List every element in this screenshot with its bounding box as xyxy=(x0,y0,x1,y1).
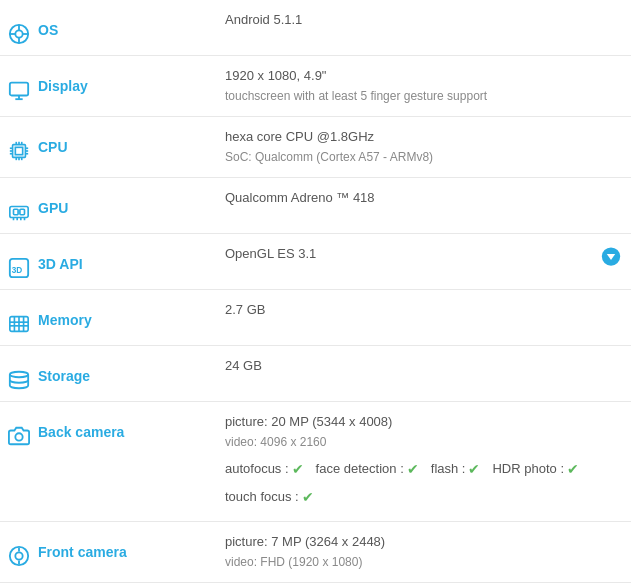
storage-value-main: 24 GB xyxy=(225,356,623,377)
svg-point-40 xyxy=(10,372,28,378)
label-cell-cpu: CPU xyxy=(0,116,213,177)
backcamera-icon xyxy=(8,425,30,447)
display-icon xyxy=(8,79,30,101)
svg-rect-24 xyxy=(14,209,19,215)
svg-point-1 xyxy=(15,30,22,37)
label-cell-memory: Memory xyxy=(0,289,213,345)
row-gpu: GPUQualcomm Adreno ™ 418 xyxy=(0,177,631,233)
row-os: OSAndroid 5.1.1 xyxy=(0,0,631,56)
row-3dapi: 3D3D APIOpenGL ES 3.1 xyxy=(0,233,631,289)
svg-rect-23 xyxy=(10,206,28,217)
svg-point-43 xyxy=(15,552,22,559)
gpu-value-main: Qualcomm Adreno ™ 418 xyxy=(225,188,623,209)
label-cell-features: Features xyxy=(0,582,213,586)
feature-label: face detection : xyxy=(316,459,404,480)
svg-rect-10 xyxy=(15,147,22,154)
frontcamera-value-main: picture: 7 MP (3264 x 2448) xyxy=(225,532,623,553)
label-cell-os: OS xyxy=(0,0,213,56)
label-cell-storage: Storage xyxy=(0,345,213,401)
feature-label: flash : xyxy=(431,459,466,480)
gpu-label: GPU xyxy=(38,200,68,216)
label-cell-3dapi: 3D3D API xyxy=(0,233,213,289)
backcamera-value-sub: video: 4096 x 2160 xyxy=(225,433,623,452)
value-cell-frontcamera: picture: 7 MP (3264 x 2448)video: FHD (1… xyxy=(213,521,631,582)
frontcamera-label: Front camera xyxy=(38,544,127,560)
display-label: Display xyxy=(38,78,88,94)
display-value-main: 1920 x 1080, 4.9" xyxy=(225,66,623,87)
label-cell-backcamera: Back camera xyxy=(0,401,213,521)
gpu-icon xyxy=(8,201,30,223)
svg-rect-6 xyxy=(10,83,28,96)
specs-table: OSAndroid 5.1.1Display1920 x 1080, 4.9"t… xyxy=(0,0,631,586)
memory-value-main: 2.7 GB xyxy=(225,300,623,321)
feature-status-check: ✔ xyxy=(302,486,314,508)
feature-item: face detection :✔ xyxy=(316,458,419,480)
value-cell-display: 1920 x 1080, 4.9"touchscreen with at lea… xyxy=(213,56,631,117)
row-frontcamera: Front camerapicture: 7 MP (3264 x 2448)v… xyxy=(0,521,631,582)
os-label: OS xyxy=(38,22,58,38)
feature-label: touch focus : xyxy=(225,487,299,508)
backcamera-features-row1: autofocus :✔face detection :✔flash :✔HDR… xyxy=(225,458,623,480)
row-memory: Memory2.7 GB xyxy=(0,289,631,345)
svg-text:3D: 3D xyxy=(12,266,23,275)
storage-label: Storage xyxy=(38,368,90,384)
label-cell-frontcamera: Front camera xyxy=(0,521,213,582)
svg-point-41 xyxy=(15,433,22,440)
display-value-sub: touchscreen with at least 5 finger gestu… xyxy=(225,87,623,106)
3dapi-dropdown-icon[interactable] xyxy=(601,247,621,276)
row-display: Display1920 x 1080, 4.9"touchscreen with… xyxy=(0,56,631,117)
feature-status-check: ✔ xyxy=(468,458,480,480)
value-cell-storage: 24 GB xyxy=(213,345,631,401)
value-cell-backcamera: picture: 20 MP (5344 x 4008)video: 4096 … xyxy=(213,401,631,521)
cpu-value-sub: SoC: Qualcomm (Cortex A57 - ARMv8) xyxy=(225,148,623,167)
memory-icon xyxy=(8,313,30,335)
cpu-icon xyxy=(8,140,30,162)
memory-label: Memory xyxy=(38,312,92,328)
cpu-label: CPU xyxy=(38,139,68,155)
value-cell-cpu: hexa core CPU @1.8GHzSoC: Qualcomm (Cort… xyxy=(213,116,631,177)
feature-item: HDR photo :✔ xyxy=(492,458,579,480)
os-icon xyxy=(8,23,30,45)
feature-status-check: ✔ xyxy=(407,458,419,480)
storage-icon xyxy=(8,369,30,391)
3dapi-value-main: OpenGL ES 3.1 xyxy=(225,244,623,265)
3dapi-icon: 3D xyxy=(8,257,30,279)
row-features: Featuresaccelerometer :✔barometer :✘blue… xyxy=(0,582,631,586)
value-cell-features: accelerometer :✔barometer :✘bluetooth :✔… xyxy=(213,582,631,586)
frontcamera-icon xyxy=(8,545,30,567)
backcamera-features-row2: touch focus :✔ xyxy=(225,486,623,508)
feature-status-check: ✔ xyxy=(292,458,304,480)
feature-label: HDR photo : xyxy=(492,459,564,480)
feature-item: autofocus :✔ xyxy=(225,458,304,480)
feature-status-check: ✔ xyxy=(567,458,579,480)
value-cell-memory: 2.7 GB xyxy=(213,289,631,345)
value-cell-os: Android 5.1.1 xyxy=(213,0,631,56)
feature-item: flash :✔ xyxy=(431,458,481,480)
feature-label: autofocus : xyxy=(225,459,289,480)
3dapi-label: 3D API xyxy=(38,256,83,272)
svg-rect-25 xyxy=(20,209,25,215)
row-storage: Storage24 GB xyxy=(0,345,631,401)
frontcamera-value-sub: video: FHD (1920 x 1080) xyxy=(225,553,623,572)
os-value-main: Android 5.1.1 xyxy=(225,10,623,31)
label-cell-display: Display xyxy=(0,56,213,117)
row-backcamera: Back camerapicture: 20 MP (5344 x 4008)v… xyxy=(0,401,631,521)
backcamera-value-main: picture: 20 MP (5344 x 4008) xyxy=(225,412,623,433)
value-cell-3dapi: OpenGL ES 3.1 xyxy=(213,233,631,289)
row-cpu: CPUhexa core CPU @1.8GHzSoC: Qualcomm (C… xyxy=(0,116,631,177)
label-cell-gpu: GPU xyxy=(0,177,213,233)
value-cell-gpu: Qualcomm Adreno ™ 418 xyxy=(213,177,631,233)
cpu-value-main: hexa core CPU @1.8GHz xyxy=(225,127,623,148)
backcamera-label: Back camera xyxy=(38,424,124,440)
feature-item: touch focus :✔ xyxy=(225,486,314,508)
